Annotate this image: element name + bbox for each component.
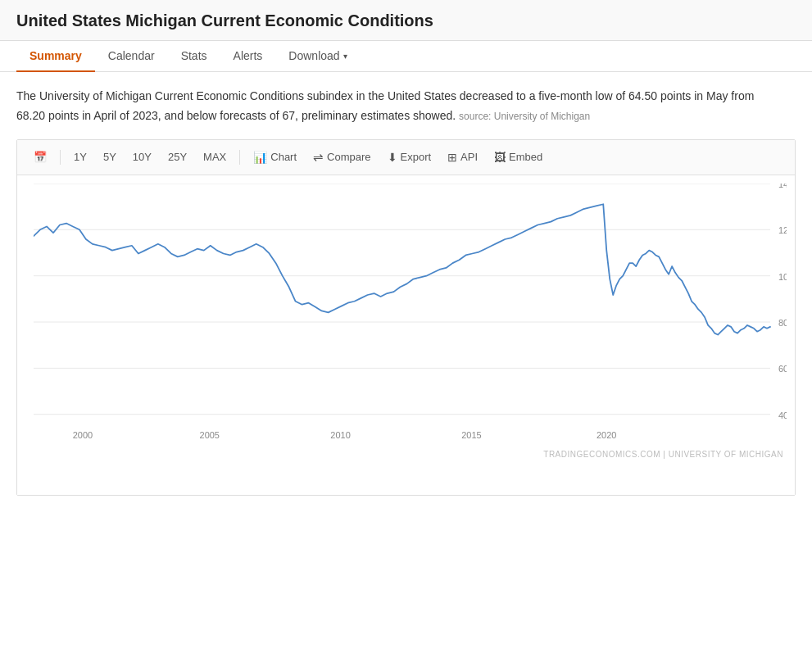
chevron-down-icon: ▾ [343, 52, 347, 61]
toolbar-divider-2 [239, 150, 240, 165]
tool-compare[interactable]: ⇌ Compare [306, 147, 377, 168]
watermark: TRADINGECONOMICS.COM | UNIVERSITY OF MIC… [543, 450, 783, 459]
tab-alerts[interactable]: Alerts [220, 41, 276, 72]
toolbar-divider-1 [60, 150, 61, 165]
svg-text:2010: 2010 [330, 430, 350, 440]
source-label: source: University of Michigan [459, 111, 590, 122]
svg-text:2020: 2020 [597, 430, 616, 440]
svg-text:140: 140 [778, 184, 787, 189]
svg-text:120: 120 [778, 225, 787, 235]
api-icon: ⊞ [447, 151, 457, 164]
tool-export[interactable]: ⬇ Export [381, 147, 438, 167]
timeframe-25y[interactable]: 25Y [161, 147, 193, 166]
compare-icon: ⇌ [313, 150, 324, 165]
timeframe-10y[interactable]: 10Y [126, 147, 158, 166]
timeframe-5y[interactable]: 5Y [97, 147, 123, 166]
tab-stats[interactable]: Stats [168, 41, 220, 72]
export-icon: ⬇ [388, 151, 397, 164]
tab-summary[interactable]: Summary [16, 41, 95, 72]
svg-text:2005: 2005 [200, 430, 220, 440]
description-text: The University of Michigan Current Econo… [16, 89, 754, 122]
svg-text:80: 80 [778, 318, 787, 328]
embed-icon: 🖼 [494, 151, 506, 164]
timeframe-1y[interactable]: 1Y [67, 147, 93, 166]
tab-calendar[interactable]: Calendar [95, 41, 168, 72]
tabs-bar: Summary Calendar Stats Alerts Download ▾ [0, 41, 812, 72]
svg-text:40: 40 [778, 410, 787, 419]
page-header: United States Michigan Current Economic … [0, 0, 812, 41]
calendar-icon-btn[interactable]: 📅 [27, 147, 53, 166]
description-block: The University of Michigan Current Econo… [0, 72, 795, 139]
svg-text:60: 60 [778, 364, 787, 374]
tool-chart[interactable]: 📊 Chart [247, 147, 303, 167]
tool-api[interactable]: ⊞ API [441, 147, 484, 167]
svg-text:2015: 2015 [461, 430, 481, 440]
chart-container: 📅 1Y 5Y 10Y 25Y MAX 📊 Chart ⇌ Compare ⬇ … [16, 139, 796, 496]
svg-text:2000: 2000 [73, 430, 93, 440]
chart-toolbar: 📅 1Y 5Y 10Y 25Y MAX 📊 Chart ⇌ Compare ⬇ … [17, 140, 795, 175]
chart-area: 140 120 100 80 60 40 2000 2005 2010 2015… [17, 175, 795, 495]
svg-text:100: 100 [778, 271, 787, 281]
timeframe-max[interactable]: MAX [197, 147, 233, 166]
tool-embed[interactable]: 🖼 Embed [488, 147, 549, 167]
chart-svg: 140 120 100 80 60 40 2000 2005 2010 2015… [34, 184, 787, 462]
page-title: United States Michigan Current Economic … [16, 11, 796, 30]
chart-icon: 📊 [253, 151, 267, 164]
tab-download[interactable]: Download ▾ [275, 41, 360, 72]
calendar-icon: 📅 [34, 151, 47, 163]
